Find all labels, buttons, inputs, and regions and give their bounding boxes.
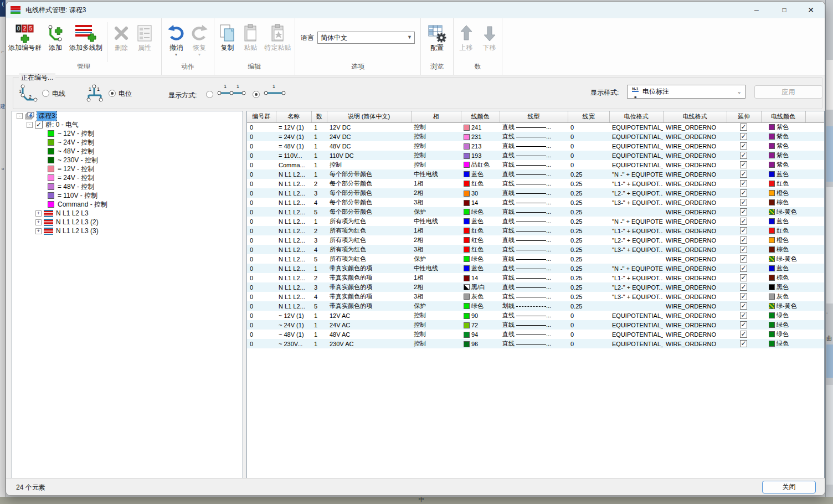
copy-button[interactable]: 复制 (216, 21, 239, 52)
extend-checkbox[interactable] (740, 246, 747, 253)
close-window-button[interactable]: ✕ (801, 2, 820, 18)
column-header[interactable]: 电线颜色 (761, 111, 805, 122)
table-row[interactable]: 0N L1 L2...5每个部分带颜色保护绿色直线...0.25WIRE_ORD… (247, 207, 824, 217)
display-mode-two-radio[interactable] (206, 91, 213, 98)
extend-checkbox[interactable] (740, 331, 747, 338)
tree-item[interactable]: = 24V - 控制 (12, 173, 243, 182)
tree-item[interactable]: Command - 控制 (12, 200, 243, 209)
wire-radio[interactable] (42, 90, 49, 97)
column-header[interactable]: 数 (311, 111, 327, 122)
extend-checkbox[interactable] (740, 189, 747, 197)
tree-collapse-box[interactable]: - (27, 122, 33, 128)
extend-checkbox[interactable] (740, 274, 747, 281)
minimize-button[interactable]: – (747, 2, 766, 18)
column-header[interactable]: 线颜色 (461, 111, 500, 122)
extend-checkbox[interactable] (740, 284, 747, 291)
undo-dropdown-arrow[interactable]: ▼ (174, 53, 178, 57)
column-header[interactable]: 线型 (500, 111, 568, 122)
add-button[interactable]: 添加 (44, 21, 67, 52)
extend-checkbox[interactable] (740, 171, 747, 178)
move-up-button[interactable]: 上移 (455, 21, 478, 52)
tree-item[interactable]: ~ 48V - 控制 (12, 147, 243, 156)
tree-item[interactable]: ~ 12V - 控制 (12, 129, 243, 138)
configure-button[interactable]: 配置 (425, 21, 449, 52)
table-row[interactable]: 0N L1 L2...2每个部分带颜色1相红色直线...0.25"L1-" + … (247, 179, 824, 188)
tree-item[interactable]: +N L1 L2 L3 (2) (12, 218, 243, 227)
table-row[interactable]: 0N L1 L2...4每个部分带颜色3相14直线...0.25"L3-" + … (247, 198, 824, 207)
table-row[interactable]: 0N L1 L2...5带真实颜色的项保护绿色划线...0.25WIRE_ORD… (247, 301, 824, 311)
display-style-combobox[interactable]: N-1◉ 电位标注 ⌄ (627, 85, 745, 99)
extend-checkbox[interactable] (740, 236, 747, 244)
column-header[interactable]: 线宽 (568, 111, 609, 122)
table-row[interactable]: 0N L1 L2...2所有项为红色1相红色直线...0.25"L1-" + E… (247, 226, 824, 235)
table-row[interactable]: 0~ 24V (1)124V AC控制72直线...0EQUIPOTENTIAL… (247, 320, 824, 330)
column-header[interactable]: 编号群 (247, 111, 276, 122)
tree-item[interactable]: +N L1 L2 L3 (12, 209, 243, 218)
column-header[interactable]: 说明 (简体中文) (327, 111, 411, 122)
extend-checkbox[interactable] (740, 321, 747, 328)
extend-checkbox[interactable] (740, 227, 747, 234)
extend-checkbox[interactable] (740, 265, 747, 272)
table-row[interactable]: 0N L1 L2...3每个部分带颜色2相30直线...0.25"L2-" + … (247, 188, 824, 198)
add-multiwire-button[interactable]: 添加多线制 (67, 21, 105, 52)
table-row[interactable]: 0N L1 L2...3带真实颜色的项2相黑/白直线...0.25"L2-" +… (247, 282, 824, 292)
column-header[interactable]: 电位格式 (609, 111, 663, 122)
table-row[interactable]: 0~ 48V (1)148V AC控制94直线...0EQUIPOTENTIAL… (247, 330, 824, 339)
tree-item[interactable]: -✓群: 0 - 电气 (12, 120, 243, 129)
tree-item[interactable]: -课程3 (12, 111, 243, 120)
table-row[interactable]: 0= 24V (1)124V DC控制231直线...0EQUIPOTENTIA… (247, 132, 824, 141)
move-down-button[interactable]: 下移 (478, 21, 501, 52)
table-row[interactable]: 0N L1 L2...2带真实颜色的项1相14直线...0.25"L1-" + … (247, 273, 824, 282)
table-row[interactable]: 0N L1 L2...3所有项为红色2相红色直线...0.25"L2-" + E… (247, 235, 824, 245)
paste-button[interactable]: 粘贴 (239, 21, 263, 52)
table-row[interactable]: 0= 12V (1)112V DC控制241直线...0EQUIPOTENTIA… (247, 122, 824, 132)
tree-item[interactable]: +N L1 L2 L3 (3) (12, 227, 243, 235)
properties-button[interactable]: 属性 (133, 21, 156, 52)
extend-checkbox[interactable] (740, 312, 747, 319)
table-row[interactable]: 0Comma...1控制控制品红色直线...0EQUIPOTENTIAL_...… (247, 160, 824, 169)
display-mode-one-radio[interactable] (253, 91, 260, 98)
column-header[interactable]: 电线格式 (663, 111, 727, 122)
potential-radio[interactable] (109, 90, 116, 97)
extend-checkbox[interactable] (740, 161, 747, 168)
column-header[interactable]: 相 (411, 111, 461, 122)
tree-collapse-box[interactable]: - (17, 113, 23, 119)
extend-checkbox[interactable] (740, 218, 747, 225)
extend-checkbox[interactable] (740, 208, 747, 215)
tree-item[interactable]: ~ 24V - 控制 (12, 138, 243, 147)
tree-expand-box[interactable]: + (35, 228, 42, 234)
extend-checkbox[interactable] (740, 124, 747, 131)
table-row[interactable]: 0= 110V...1110V DC控制193直线...0EQUIPOTENTI… (247, 151, 824, 160)
table-row[interactable]: 0N L1 L2...1每个部分带颜色中性电线蓝色直线...0.25"N -" … (247, 169, 824, 179)
redo-dropdown-arrow[interactable]: ▼ (198, 53, 202, 57)
table-row[interactable]: 0N L1 L2...4带真实颜色的项3相灰色直线...0.25"L3-" + … (247, 292, 824, 301)
language-combobox[interactable]: 简体中文 ▼ (317, 32, 415, 44)
tree-item[interactable]: = 110V - 控制 (12, 191, 243, 200)
extend-checkbox[interactable] (740, 152, 747, 159)
delete-button[interactable]: 删除 (110, 21, 133, 52)
tree-group-checkbox[interactable]: ✓ (35, 121, 43, 128)
table-row[interactable]: 0~ 12V (1)112V AC控制90直线...0EQUIPOTENTIAL… (247, 311, 824, 320)
extend-checkbox[interactable] (740, 142, 747, 150)
extend-checkbox[interactable] (740, 180, 747, 187)
table-row[interactable]: 0N L1 L2...5所有项为红色保护绿色直线...0.25WIRE_ORDE… (247, 254, 824, 264)
table-row[interactable]: 0N L1 L2...4所有项为红色3相红色直线...0.25"L3-" + E… (247, 245, 824, 254)
table-row[interactable]: 0= 48V (1)148V DC控制213直线...0EQUIPOTENTIA… (247, 141, 824, 151)
extend-checkbox[interactable] (740, 199, 747, 206)
extend-checkbox[interactable] (740, 293, 747, 300)
table-row[interactable]: 0N L1 L2...1所有项为红色中性电线蓝色直线...0.25"N -" +… (247, 217, 824, 226)
tree-expand-box[interactable]: + (35, 219, 42, 225)
tree-root-label[interactable]: 课程3 (37, 111, 56, 121)
column-header[interactable]: 名称 (276, 111, 311, 122)
tree-item[interactable]: = 12V - 控制 (12, 164, 243, 173)
extend-checkbox[interactable] (740, 302, 747, 310)
tree-item[interactable]: ~ 230V - 控制 (12, 156, 243, 164)
extend-checkbox[interactable] (740, 133, 747, 140)
undo-button[interactable]: 撤消 ▼ (164, 21, 188, 57)
column-header[interactable]: 延伸 (727, 111, 761, 122)
redo-button[interactable]: 恢复 ▼ (188, 21, 211, 57)
add-number-group-button[interactable]: 0 2 5 添加编号群 (6, 21, 44, 52)
apply-button[interactable]: 应用 (754, 85, 822, 99)
table-row[interactable]: 0N L1 L2...1带真实颜色的项中性电线蓝色直线...0.25"N -" … (247, 264, 824, 273)
table-row[interactable]: 0~ 230V...1230V AC控制96直线...0EQUIPOTENTIA… (247, 339, 824, 348)
